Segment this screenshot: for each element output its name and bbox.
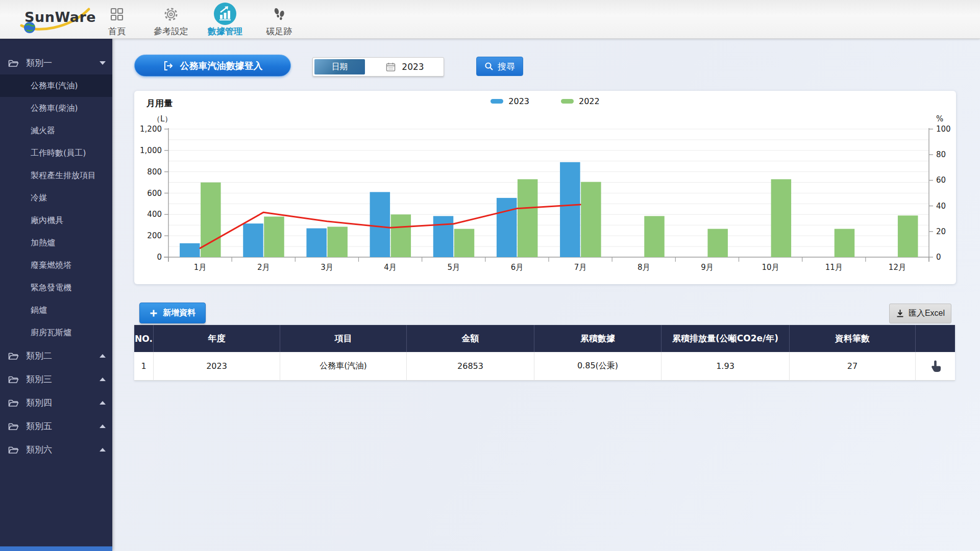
svg-text:8月: 8月 xyxy=(638,263,650,272)
table-cell-action xyxy=(916,352,955,381)
bar-chart-icon xyxy=(213,2,237,26)
svg-text:60: 60 xyxy=(936,176,946,185)
chevron-up-icon xyxy=(100,378,106,381)
sidebar-item-加熱爐[interactable]: 加熱爐 xyxy=(0,232,112,254)
usage-bar-line-chart: 02004006008001,0001,200020406080100（L）%1… xyxy=(134,91,956,284)
plus-icon xyxy=(150,309,158,317)
top-navigation: 首頁參考設定數據管理碳足跡 xyxy=(90,3,306,37)
search-button[interactable]: 搜尋 xyxy=(476,57,523,76)
table-cell: 2023 xyxy=(154,352,280,381)
table-header-項目: 項目 xyxy=(280,325,407,352)
nav-item-首頁[interactable]: 首頁 xyxy=(90,3,144,37)
bar-2022-6月 xyxy=(518,179,538,257)
add-data-button[interactable]: 新增資料 xyxy=(139,303,206,323)
sidebar-item-廠內機具[interactable]: 廠內機具 xyxy=(0,209,112,232)
sidebar-category-類別一[interactable]: 類別一 xyxy=(0,51,112,74)
import-excel-button[interactable]: 匯入Excel xyxy=(889,304,951,323)
svg-text:4月: 4月 xyxy=(384,263,397,272)
table-cell: 1.93 xyxy=(662,352,790,381)
svg-text:3月: 3月 xyxy=(321,263,333,272)
sidebar-item-公務車(汽油)[interactable]: 公務車(汽油) xyxy=(0,74,112,97)
table-cell: 27 xyxy=(790,352,916,381)
sidebar-category-類別二[interactable]: 類別二 xyxy=(0,344,112,367)
sidebar: 類別一公務車(汽油)公務車(柴油)滅火器工作時數(員工)製程產生排放項目冷媒廠內… xyxy=(0,39,112,551)
svg-text:100: 100 xyxy=(936,124,951,134)
sidebar-category-label: 類別五 xyxy=(26,420,104,432)
sidebar-item-公務車(柴油)[interactable]: 公務車(柴油) xyxy=(0,97,112,119)
sidebar-category-label: 類別六 xyxy=(26,444,104,456)
bar-2022-8月 xyxy=(644,216,665,257)
sidebar-item-冷媒[interactable]: 冷媒 xyxy=(0,187,112,209)
login-arrow-icon xyxy=(163,61,174,71)
nav-item-數據管理[interactable]: 數據管理 xyxy=(198,3,252,37)
sidebar-item-緊急發電機[interactable]: 緊急發電機 xyxy=(0,277,112,299)
svg-text:1,200: 1,200 xyxy=(140,124,162,134)
sidebar-category-類別六[interactable]: 類別六 xyxy=(0,438,112,461)
bar-2023-7月 xyxy=(560,162,580,257)
table-header-資料筆數: 資料筆數 xyxy=(790,325,916,352)
svg-text:600: 600 xyxy=(147,189,162,198)
row-edit-hand-icon[interactable] xyxy=(929,360,942,373)
bar-2022-5月 xyxy=(454,229,475,257)
table-header-金額: 金額 xyxy=(407,325,534,352)
sidebar-category-label: 類別四 xyxy=(26,397,104,409)
sidebar-item-工作時數(員工)[interactable]: 工作時數(員工) xyxy=(0,142,112,164)
bar-2023-5月 xyxy=(433,216,454,257)
svg-text:2月: 2月 xyxy=(257,263,270,272)
sidebar-item-廢棄燃燒塔[interactable]: 廢棄燃燒塔 xyxy=(0,254,112,277)
svg-text:9月: 9月 xyxy=(701,263,714,272)
chevron-up-icon xyxy=(100,448,106,452)
table-header-NO.: NO. xyxy=(134,325,154,352)
chevron-down-icon xyxy=(100,61,106,65)
svg-text:800: 800 xyxy=(147,167,162,177)
table-cell: 公務車(汽油) xyxy=(280,352,407,381)
download-icon xyxy=(896,309,904,318)
bar-2022-9月 xyxy=(707,229,728,257)
nav-item-參考設定[interactable]: 參考設定 xyxy=(144,3,198,37)
chevron-up-icon xyxy=(100,401,106,405)
bar-2022-11月 xyxy=(835,229,855,257)
sidebar-category-類別四[interactable]: 類別四 xyxy=(0,391,112,414)
svg-text:10月: 10月 xyxy=(762,263,779,272)
year-value: 2023 xyxy=(402,62,424,72)
sidebar-item-廚房瓦斯爐[interactable]: 廚房瓦斯爐 xyxy=(0,321,112,344)
nav-item-label: 參考設定 xyxy=(154,26,188,37)
vehicle-gasoline-data-login-button[interactable]: 公務車汽油數據登入 xyxy=(134,55,291,77)
chevron-up-icon xyxy=(100,424,106,428)
svg-text:0: 0 xyxy=(936,253,941,262)
bar-2022-2月 xyxy=(264,217,284,257)
sidebar-item-滅火器[interactable]: 滅火器 xyxy=(0,119,112,142)
login-button-label: 公務車汽油數據登入 xyxy=(180,60,263,72)
grid-icon xyxy=(109,3,125,26)
topbar: SunWare 首頁參考設定數據管理碳足跡 xyxy=(0,0,980,39)
sidebar-category-類別三[interactable]: 類別三 xyxy=(0,367,112,391)
svg-text:5月: 5月 xyxy=(447,263,460,272)
brand-name: SunWare xyxy=(24,9,96,25)
nav-item-label: 數據管理 xyxy=(208,26,242,37)
date-tab[interactable]: 日期 xyxy=(314,59,365,74)
bar-2022-4月 xyxy=(391,214,411,257)
search-button-label: 搜尋 xyxy=(498,61,515,72)
table-header-action xyxy=(916,325,955,352)
bar-2022-12月 xyxy=(898,215,918,257)
table-header-累積排放量(公噸CO2e/年): 累積排放量(公噸CO2e/年) xyxy=(662,325,790,352)
svg-text:20: 20 xyxy=(936,227,946,236)
table-cell: 1 xyxy=(134,352,154,381)
nav-item-label: 碳足跡 xyxy=(266,26,292,37)
search-icon xyxy=(484,62,494,71)
bar-2023-3月 xyxy=(306,229,327,257)
svg-text:1月: 1月 xyxy=(194,263,207,272)
year-selector[interactable]: 2023 xyxy=(366,58,444,76)
sidebar-item-製程產生排放項目[interactable]: 製程產生排放項目 xyxy=(0,164,112,187)
svg-text:11月: 11月 xyxy=(825,263,843,272)
svg-text:200: 200 xyxy=(147,231,162,240)
sidebar-category-類別五[interactable]: 類別五 xyxy=(0,414,112,438)
sidebar-bottom-strip xyxy=(0,546,112,551)
sidebar-item-鍋爐[interactable]: 鍋爐 xyxy=(0,299,112,321)
gear-icon xyxy=(163,3,179,26)
chevron-up-icon xyxy=(100,354,106,358)
table-header-年度: 年度 xyxy=(154,325,280,352)
right-axis-unit: % xyxy=(936,114,943,123)
nav-item-碳足跡[interactable]: 碳足跡 xyxy=(252,3,306,37)
date-filter-toggle: 日期 2023 xyxy=(312,57,444,77)
